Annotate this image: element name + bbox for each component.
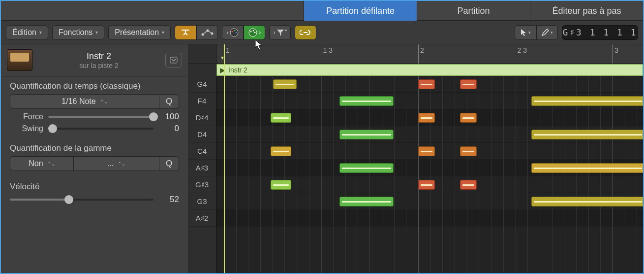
- midi-note[interactable]: [531, 130, 644, 139]
- palette-icon: [248, 28, 258, 37]
- key-column[interactable]: G4F4D♯4D4C4A♯3G♯3G3A♯2: [188, 76, 216, 273]
- key-label[interactable]: F4: [188, 93, 216, 109]
- time-quantize-label: Quantification du temps (classique): [10, 81, 179, 91]
- midi-note[interactable]: [339, 163, 394, 173]
- scale-quantize-value: Non: [29, 159, 43, 168]
- svg-rect-11: [170, 57, 177, 63]
- region-name: Instr 2: [228, 66, 247, 74]
- svg-point-6: [236, 32, 237, 33]
- ruler-bar-label: 1: [226, 46, 230, 54]
- dot-icon: •: [285, 28, 287, 33]
- key-label[interactable]: A♯3: [188, 160, 216, 176]
- automation-icon: [201, 29, 214, 36]
- main: Instr 2 sur la piste 2 Quantification du…: [1, 44, 643, 273]
- note-area[interactable]: [216, 76, 643, 273]
- inspector-header: Instr 2 sur la piste 2: [1, 44, 188, 76]
- tab-step[interactable]: Éditeur pas à pas: [530, 1, 643, 21]
- menu-view[interactable]: Présentation▾: [108, 25, 171, 40]
- chevron-right-icon: ›: [259, 29, 261, 36]
- midi-note[interactable]: [271, 146, 291, 156]
- note-color-button[interactable]: ›: [222, 25, 244, 40]
- midi-note[interactable]: [418, 180, 435, 190]
- midi-note[interactable]: [531, 163, 644, 173]
- chevron-right-icon: ›: [226, 29, 228, 36]
- midi-note[interactable]: [460, 79, 477, 89]
- link-icon: [300, 29, 311, 36]
- scale-quantize-select-2[interactable]: ... ⌃⌄: [74, 156, 159, 171]
- filter-button[interactable]: › •: [269, 25, 291, 40]
- pointer-tool[interactable]: ▾: [515, 25, 536, 40]
- instrument-icon: [7, 49, 32, 71]
- key-label[interactable]: G3: [188, 193, 216, 210]
- collapse-icon: [180, 28, 191, 37]
- midi-note[interactable]: [460, 180, 477, 190]
- midi-note[interactable]: [531, 96, 644, 106]
- svg-point-5: [234, 30, 236, 31]
- inspector-menu-button[interactable]: [165, 53, 182, 68]
- inspector: Instr 2 sur la piste 2 Quantification du…: [1, 44, 188, 273]
- svg-point-4: [232, 31, 233, 32]
- tab-piano-roll[interactable]: Partition défilante: [304, 1, 417, 21]
- quantize-button[interactable]: Q: [159, 94, 179, 109]
- key-label[interactable]: G4: [188, 76, 216, 93]
- playhead[interactable]: [224, 44, 225, 273]
- region-bar: ▶ Instr 2: [188, 64, 643, 76]
- ruler-beat-label: 1 3: [323, 46, 333, 54]
- velocity-slider[interactable]: [10, 199, 153, 201]
- velocity-section: Vélocité 52: [1, 177, 188, 209]
- menu-functions[interactable]: Fonctions▾: [52, 25, 104, 40]
- scale-quantize-value-2: ...: [107, 159, 114, 168]
- force-label: Force: [15, 112, 43, 121]
- scale-quantize-select[interactable]: Non ⌃⌄: [10, 156, 74, 171]
- chevron-down-boxed-icon: [170, 57, 178, 64]
- midi-note[interactable]: [339, 96, 394, 106]
- link-button[interactable]: [295, 25, 316, 40]
- midi-note[interactable]: [460, 146, 477, 156]
- swing-label: Swing: [15, 124, 43, 133]
- swing-value[interactable]: 0: [158, 124, 179, 134]
- ruler[interactable]: 1231 32 3▾: [188, 44, 643, 64]
- region-color-button[interactable]: ›: [244, 25, 265, 40]
- track-line: sur la piste 2: [39, 62, 158, 69]
- key-label[interactable]: C4: [188, 143, 216, 160]
- position-display[interactable]: G♯3 1 1 1 1: [562, 25, 638, 40]
- velocity-value[interactable]: 52: [158, 195, 179, 205]
- midi-note[interactable]: [418, 113, 435, 123]
- tab-score[interactable]: Partition: [417, 1, 530, 21]
- tools-seg: ▾ ▾: [515, 25, 558, 40]
- piano-roll: 1231 32 3▾ ▶ Instr 2 G4F4D♯4D4C4A♯3G♯3G3…: [188, 44, 643, 273]
- midi-note[interactable]: [271, 113, 291, 123]
- menu-functions-label: Fonctions: [59, 28, 92, 37]
- collapse-button[interactable]: [175, 25, 196, 40]
- automation-seg: [175, 25, 218, 40]
- key-label[interactable]: A♯2: [188, 210, 216, 227]
- region-strip[interactable]: ▶ Instr 2: [216, 64, 643, 76]
- midi-note[interactable]: [418, 146, 435, 156]
- velocity-label: Vélocité: [10, 182, 179, 192]
- key-label[interactable]: G♯3: [188, 176, 216, 193]
- scale-quantize-button[interactable]: Q: [159, 156, 179, 171]
- menu-view-label: Présentation: [115, 28, 159, 37]
- midi-note[interactable]: [339, 130, 394, 139]
- midi-note[interactable]: [339, 197, 394, 206]
- force-slider[interactable]: [48, 116, 153, 118]
- chevron-down-icon: ▾: [551, 30, 553, 35]
- midi-note[interactable]: [531, 197, 644, 206]
- palette-icon: [229, 28, 239, 37]
- key-label[interactable]: D4: [188, 126, 216, 143]
- menu-edit[interactable]: Édition▾: [6, 25, 48, 40]
- key-label[interactable]: D♯4: [188, 109, 216, 126]
- midi-note[interactable]: [460, 113, 477, 123]
- midi-note[interactable]: [273, 79, 297, 89]
- swing-slider[interactable]: [48, 128, 153, 130]
- color-seg: › ›: [222, 25, 265, 40]
- pencil-tool[interactable]: ▾: [536, 25, 558, 40]
- svg-point-10: [254, 32, 256, 33]
- time-quantize-value: 1/16 Note: [61, 97, 95, 106]
- midi-note[interactable]: [418, 79, 435, 89]
- time-quantize-select[interactable]: 1/16 Note ⌃⌄: [10, 94, 159, 109]
- force-value[interactable]: 100: [158, 112, 179, 122]
- midi-note[interactable]: [271, 180, 291, 190]
- automation-button[interactable]: [196, 25, 218, 40]
- svg-point-3: [230, 29, 238, 36]
